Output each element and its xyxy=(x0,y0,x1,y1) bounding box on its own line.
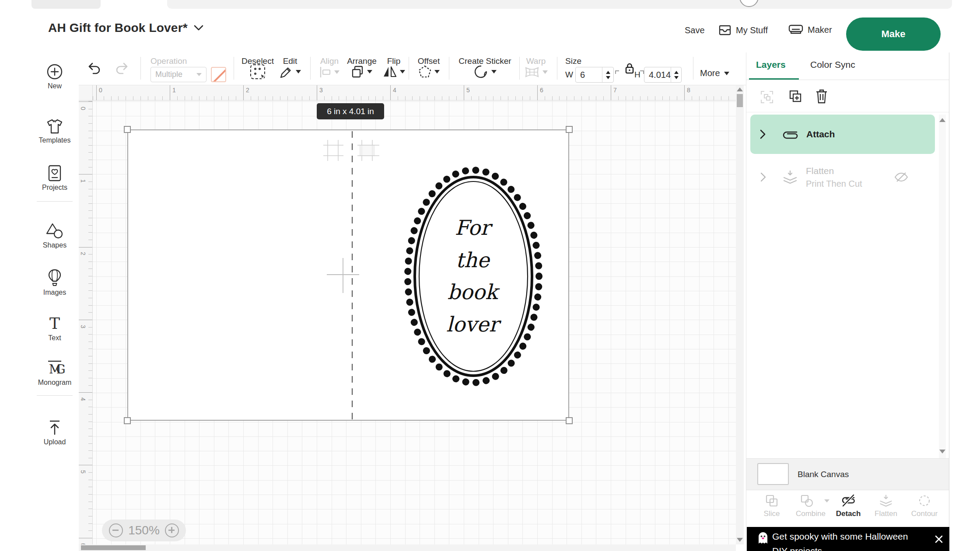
flip-button[interactable]: Flip xyxy=(381,52,407,78)
flatten-button[interactable]: Flatten xyxy=(867,494,905,518)
toolbar-separator xyxy=(234,57,234,80)
vertical-scroll-thumb[interactable] xyxy=(737,94,743,107)
zoom-in-button[interactable] xyxy=(165,523,179,537)
group-select-icon[interactable] xyxy=(760,90,774,105)
title-chevron-down-icon[interactable] xyxy=(194,25,203,31)
offset-button[interactable]: Offset xyxy=(413,52,444,79)
zoom-level: 150% xyxy=(128,523,160,537)
design-canvas[interactable]: For the book lover 6 in x 4.01 in 150% xyxy=(93,101,736,544)
toolbar-separator xyxy=(557,57,557,80)
registration-marks xyxy=(323,140,379,162)
trash-icon[interactable] xyxy=(815,88,829,104)
left-sidebar: New Templates Projects Shapes Images T T… xyxy=(31,52,79,551)
blank-canvas-row[interactable]: Blank Canvas xyxy=(746,458,949,490)
undo-icon xyxy=(88,62,103,75)
selection-handle-bottom-left[interactable] xyxy=(124,417,131,424)
combine-button[interactable]: Combine xyxy=(792,494,830,518)
sidebar-item-new[interactable]: New xyxy=(31,63,79,90)
layers-list-scrollbar[interactable] xyxy=(939,115,946,458)
header: AH Gift for Book Lover* Save My Stuff Ma… xyxy=(31,10,949,52)
tab-color-sync[interactable]: Color Sync xyxy=(810,59,855,70)
svg-text:T: T xyxy=(49,315,60,332)
align-icon xyxy=(319,66,332,78)
more-button[interactable]: More xyxy=(700,68,729,78)
layer-row-flatten[interactable]: Flatten Print Then Cut xyxy=(750,158,935,196)
redo-button[interactable] xyxy=(113,62,129,75)
height-stepper[interactable] xyxy=(671,67,681,82)
selected-design-page[interactable]: For the book lover xyxy=(127,129,569,421)
zoom-out-button[interactable] xyxy=(109,523,123,537)
width-stepper[interactable] xyxy=(602,67,613,82)
zoom-control: 150% xyxy=(102,520,186,541)
create-sticker-button[interactable]: Create Sticker xyxy=(453,52,517,79)
flatten-icon xyxy=(878,494,893,508)
deselect-button[interactable]: Deselect xyxy=(238,52,277,79)
new-icon xyxy=(46,63,63,80)
chevron-right-icon[interactable] xyxy=(760,172,767,182)
scroll-up-icon[interactable] xyxy=(737,87,743,91)
edit-button[interactable]: Edit xyxy=(277,52,303,79)
selection-handle-top-right[interactable] xyxy=(566,126,573,133)
sidebar-item-templates[interactable]: Templates xyxy=(31,118,79,144)
combine-icon xyxy=(800,494,814,508)
toolbar-separator xyxy=(140,57,141,80)
tab-layers[interactable]: Layers xyxy=(756,59,786,70)
balloon-icon xyxy=(47,269,63,287)
banner-message: Get spooky with some Halloween DIY proje… xyxy=(772,529,919,551)
sidebar-item-monogram[interactable]: MG Monogram xyxy=(31,359,79,387)
center-crosshair xyxy=(326,258,360,293)
operation-select[interactable]: Multiple xyxy=(150,67,206,82)
height-input[interactable]: 4.014 xyxy=(644,67,682,83)
canvas-vertical-scrollbar[interactable] xyxy=(736,85,744,544)
contour-button[interactable]: Contour xyxy=(906,494,943,518)
active-tab-underline xyxy=(749,78,799,80)
selection-handle-top-left[interactable] xyxy=(124,126,131,133)
oval-frame-design[interactable]: For the book lover xyxy=(400,163,546,390)
close-icon[interactable] xyxy=(934,535,943,544)
detach-button[interactable]: Detach xyxy=(830,494,867,518)
color-swatch[interactable] xyxy=(211,67,226,82)
align-button[interactable]: Align xyxy=(315,52,344,78)
canvas-horizontal-scrollbar[interactable] xyxy=(79,544,736,551)
horizontal-scroll-thumb[interactable] xyxy=(81,545,146,550)
slice-button[interactable]: Slice xyxy=(753,494,791,518)
sidebar-item-text[interactable]: T Text xyxy=(31,315,79,342)
tshirt-icon xyxy=(46,118,64,135)
selection-handle-bottom-right[interactable] xyxy=(566,417,573,424)
duplicate-icon[interactable] xyxy=(788,89,803,104)
browser-toolbar xyxy=(167,0,952,9)
list-scroll-down-icon[interactable] xyxy=(939,450,945,453)
chevron-right-icon[interactable] xyxy=(759,129,767,139)
my-stuff-button[interactable]: My Stuff xyxy=(718,24,768,36)
svg-text:lover: lover xyxy=(446,312,502,336)
flip-icon xyxy=(382,65,397,78)
warp-button[interactable]: Warp xyxy=(522,52,550,78)
canvas-color-swatch[interactable] xyxy=(757,463,789,485)
save-button[interactable]: Save xyxy=(685,25,705,35)
undo-button[interactable] xyxy=(88,62,103,75)
pencil-icon xyxy=(280,65,293,79)
layer-actions-bar: Slice Combine Detach Flatten Contour xyxy=(746,490,949,527)
promo-banner[interactable]: Get spooky with some Halloween DIY proje… xyxy=(747,527,949,551)
machine-select-maker[interactable]: Maker xyxy=(788,24,832,35)
sidebar-item-upload[interactable]: Upload xyxy=(31,419,79,446)
browser-tab[interactable] xyxy=(32,0,101,9)
sidebar-item-projects[interactable]: Projects xyxy=(31,164,79,192)
sidebar-item-images[interactable]: Images xyxy=(31,269,79,296)
list-scroll-up-icon[interactable] xyxy=(939,118,945,122)
make-button[interactable]: Make xyxy=(846,17,941,51)
ruler-corner xyxy=(79,85,93,101)
warp-icon xyxy=(524,66,540,78)
arrange-button[interactable]: Arrange xyxy=(345,52,379,78)
hidden-eye-icon[interactable] xyxy=(894,171,909,184)
vertical-ruler: 0 1 2 3 4 5 6 xyxy=(79,101,93,544)
monogram-icon: MG xyxy=(45,359,65,377)
sidebar-item-shapes[interactable]: Shapes xyxy=(31,222,79,249)
toolbar-separator xyxy=(449,57,449,80)
layer-row-attach[interactable]: Attach xyxy=(750,115,935,154)
chevron-down-icon xyxy=(491,70,497,73)
chevron-down-icon xyxy=(724,72,729,75)
blank-canvas-label: Blank Canvas xyxy=(798,470,849,479)
width-input[interactable]: 6 xyxy=(575,67,614,83)
scroll-down-icon[interactable] xyxy=(737,538,743,542)
